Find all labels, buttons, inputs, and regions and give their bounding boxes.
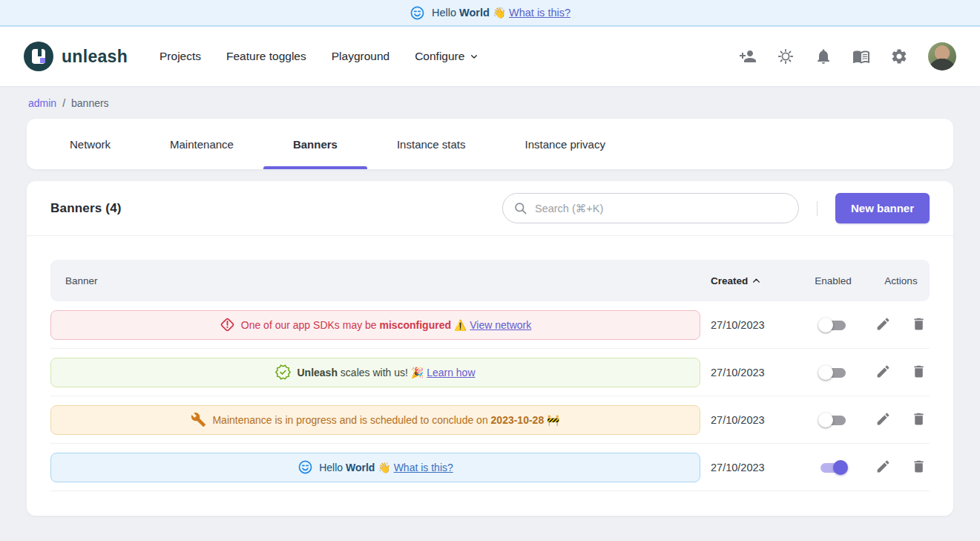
breadcrumb-separator: / <box>62 97 65 109</box>
trash-icon <box>911 411 927 429</box>
edit-banner-button[interactable] <box>875 364 891 381</box>
edit-icon <box>875 411 891 429</box>
search-icon <box>513 201 528 216</box>
table-row: Maintenance is in progress and is schedu… <box>50 396 930 444</box>
smiley-icon <box>410 5 425 21</box>
enabled-toggle[interactable] <box>818 364 848 381</box>
search-input[interactable] <box>535 203 788 214</box>
enabled-toggle[interactable] <box>818 459 848 476</box>
created-date: 27/10/2023 <box>711 367 794 378</box>
delete-banner-button[interactable] <box>911 411 927 429</box>
edit-banner-button[interactable] <box>875 316 891 334</box>
tab-banners[interactable]: Banners <box>263 119 367 169</box>
enabled-toggle[interactable] <box>818 412 848 428</box>
sort-ascending-icon <box>752 276 761 286</box>
nav-item-playground[interactable]: Playground <box>319 42 402 71</box>
announcement-text: Hello World 👋 What is this? <box>432 7 570 19</box>
enabled-cell <box>794 317 872 333</box>
nav-item-configure[interactable]: Configure <box>402 42 493 71</box>
edit-banner-button[interactable] <box>875 459 891 476</box>
edit-banner-button[interactable] <box>875 411 891 429</box>
banner-text-segment: 2023-10-28 <box>491 414 545 426</box>
banner-text-segment: misconfigured <box>380 319 451 331</box>
enabled-cell <box>794 364 872 381</box>
banner-text-segment: ⚠️ <box>451 319 470 331</box>
banner-link[interactable]: Learn how <box>427 367 475 378</box>
documentation-icon[interactable] <box>852 47 870 65</box>
table-row: Unleash scales with us! 🎉 Learn how27/10… <box>50 349 930 396</box>
verified-icon <box>275 364 291 380</box>
banner-text-segment: World <box>459 7 490 19</box>
banner-text-segment: Hello <box>319 462 346 473</box>
banner-link[interactable]: What is this? <box>394 462 453 473</box>
nav-item-projects[interactable]: Projects <box>147 42 214 71</box>
settings-tabs: NetworkMaintenanceBannersInstance statsI… <box>27 119 953 169</box>
new-banner-button[interactable]: New banner <box>835 193 930 223</box>
invite-user-icon[interactable] <box>739 47 757 65</box>
edit-icon <box>875 459 891 476</box>
nav-item-label: Playground <box>332 50 389 63</box>
delete-banner-button[interactable] <box>911 364 927 381</box>
actions-cell <box>872 411 930 429</box>
user-avatar[interactable] <box>928 42 956 71</box>
banner-message-text: One of our app SDKs may be misconfigured… <box>241 319 532 331</box>
main-nav: ProjectsFeature togglesPlaygroundConfigu… <box>147 42 493 71</box>
banner-message-warning: Maintenance is in progress and is schedu… <box>50 405 700 435</box>
breadcrumb: admin / banners <box>0 86 980 119</box>
unleash-logo[interactable]: unleash <box>24 42 128 71</box>
tab-instance-stats[interactable]: Instance stats <box>367 119 496 169</box>
banner-text-segment: Unleash <box>297 367 337 378</box>
card-header: Banners (4) New banner <box>27 181 953 236</box>
actions-cell <box>872 316 930 334</box>
edit-icon <box>875 364 891 381</box>
nav-item-label: Feature toggles <box>226 50 306 63</box>
created-date: 27/10/2023 <box>711 319 794 331</box>
banner-message-error: One of our app SDKs may be misconfigured… <box>50 310 700 340</box>
banners-table: Banner Created Enabled Actions One of ou… <box>27 236 953 515</box>
toggle-knob <box>818 365 833 380</box>
theme-toggle-icon[interactable] <box>777 47 795 65</box>
banner-text-segment: 👋 <box>490 7 509 19</box>
toolbar-divider <box>817 201 818 216</box>
banner-link[interactable]: View network <box>470 319 531 331</box>
delete-banner-button[interactable] <box>911 316 927 334</box>
search-box <box>502 193 799 223</box>
tab-instance-privacy[interactable]: Instance privacy <box>496 119 635 169</box>
table-body: One of our app SDKs may be misconfigured… <box>50 301 930 491</box>
actions-cell <box>872 364 930 381</box>
banner-message-text: Unleash scales with us! 🎉 Learn how <box>297 367 475 378</box>
column-header-created[interactable]: Created <box>711 275 794 286</box>
trash-icon <box>911 459 927 476</box>
enabled-toggle[interactable] <box>818 317 848 333</box>
column-header-banner: Banner <box>50 275 711 286</box>
tab-maintenance[interactable]: Maintenance <box>140 119 263 169</box>
created-date: 27/10/2023 <box>711 414 794 426</box>
nav-item-feature-toggles[interactable]: Feature toggles <box>214 42 319 71</box>
unleash-logo-icon <box>24 42 53 71</box>
notifications-icon[interactable] <box>815 47 832 65</box>
table-row: Hello World 👋 What is this?27/10/2023 <box>50 444 930 491</box>
column-header-enabled: Enabled <box>794 275 872 286</box>
banner-text-segment: World <box>346 462 375 473</box>
banner-text-segment: 🚧 <box>544 414 559 426</box>
breadcrumb-admin-link[interactable]: admin <box>28 97 56 109</box>
banner-link[interactable]: What is this? <box>509 7 570 19</box>
settings-icon[interactable] <box>890 47 908 65</box>
banner-text-segment: Maintenance is in progress and is schedu… <box>212 414 490 426</box>
banner-text-segment: Hello <box>432 7 459 19</box>
table-row: One of our app SDKs may be misconfigured… <box>50 301 930 349</box>
smiley-icon <box>297 459 313 475</box>
tab-network[interactable]: Network <box>40 119 140 169</box>
banner-text-segment: scales with us! 🎉 <box>338 367 427 378</box>
banner-message-success: Unleash scales with us! 🎉 Learn how <box>50 358 700 387</box>
nav-item-label: Configure <box>415 50 464 63</box>
announcement-banner: Hello World 👋 What is this? <box>0 0 980 27</box>
app-header: unleash ProjectsFeature togglesPlaygroun… <box>0 27 980 86</box>
trash-icon <box>911 364 927 381</box>
trash-icon <box>911 316 927 334</box>
toggle-knob <box>833 460 848 475</box>
banner-text-segment: One of our app SDKs may be <box>241 319 380 331</box>
toggle-knob <box>818 318 833 332</box>
delete-banner-button[interactable] <box>911 459 927 476</box>
nav-item-label: Projects <box>160 50 201 63</box>
